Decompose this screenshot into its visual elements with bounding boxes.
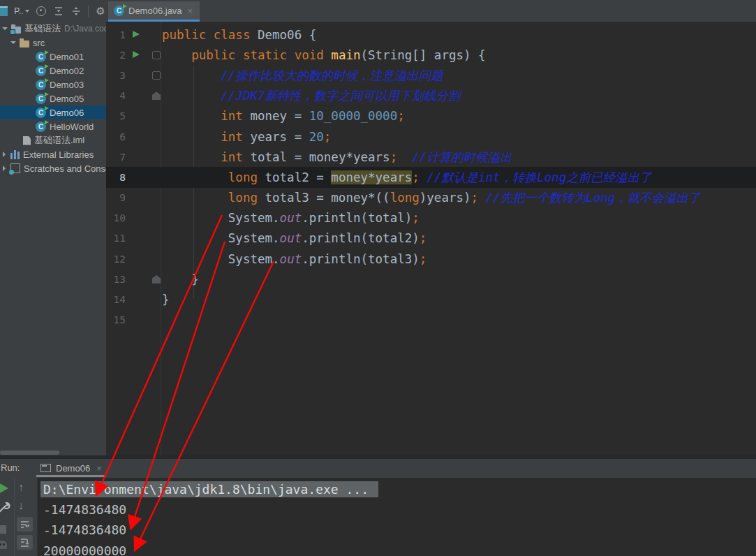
tree-item-root[interactable]: 基础语法D:\Java cod xyxy=(0,22,106,36)
run-line-icon[interactable] xyxy=(133,31,140,38)
code-text: } xyxy=(162,293,170,307)
code-text: int total = money*years; //计算的时候溢出 xyxy=(162,149,512,166)
close-run-tab-icon[interactable]: × xyxy=(96,463,102,474)
code-line-12[interactable]: 12 System.out.println(total3); xyxy=(106,249,756,269)
code-text: //操作比较大的数的时候，注意溢出问题 xyxy=(162,67,443,84)
soft-wrap-toggle[interactable] xyxy=(17,517,33,532)
fold-marker-icon[interactable] xyxy=(152,71,161,80)
gutter: 2 xyxy=(106,45,162,65)
tree-item-demo02[interactable]: CDemo02 xyxy=(0,64,106,78)
collapse-all-button[interactable] xyxy=(53,5,64,17)
class-icon: C xyxy=(36,80,46,90)
class-icon: C xyxy=(36,122,46,132)
code-line-3[interactable]: 3 //操作比较大的数的时候，注意溢出问题 xyxy=(106,65,756,85)
tree-item-demo03[interactable]: CDemo03 xyxy=(0,78,106,92)
editor-tab-title: Demo06.java xyxy=(128,6,182,16)
tree-item-demo05[interactable]: CDemo05 xyxy=(0,92,106,105)
scroll-to-end-toggle[interactable] xyxy=(17,535,33,550)
settings-gear-icon[interactable]: ⚙ xyxy=(95,5,106,17)
down-arrow-button[interactable]: ↓ xyxy=(18,500,24,511)
code-line-9[interactable]: 9 long total3 = money*((long)years); //先… xyxy=(106,188,756,208)
gutter: 5 xyxy=(106,106,162,126)
code-line-10[interactable]: 10 System.out.println(total); xyxy=(106,208,756,228)
tree-item-label: Demo02 xyxy=(50,66,84,76)
tree-item-iml[interactable]: 基础语法.iml xyxy=(0,133,106,147)
lib-icon xyxy=(10,150,20,159)
close-tab-icon[interactable]: × xyxy=(188,6,193,16)
code-line-1[interactable]: 1public class Demo06 { xyxy=(106,24,756,45)
expand-collapse-button[interactable] xyxy=(71,5,82,17)
line-number: 13 xyxy=(106,269,126,289)
class-icon: C xyxy=(36,66,46,76)
tree-item-demo06[interactable]: CDemo06 xyxy=(0,105,106,119)
run-console[interactable]: ↑ ↓ D:\Environment\java\jdk1.8\bin\java.… xyxy=(0,478,756,556)
project-selector-label: P.. xyxy=(14,6,23,16)
console-toolbar: ↑ ↓ xyxy=(0,478,38,556)
gutter: 4 xyxy=(106,86,162,106)
tree-item-label: Demo06 xyxy=(50,108,84,118)
console-line-1: D:\Environment\java\jdk1.8\bin\java.exe … xyxy=(43,479,378,499)
locate-icon xyxy=(36,6,46,16)
tree-item-label: 基础语法.iml xyxy=(34,134,84,147)
run-tab-demo06[interactable]: Demo06 × xyxy=(36,460,106,476)
code-line-2[interactable]: 2 public static void main(String[] args)… xyxy=(106,45,756,65)
code-line-8[interactable]: 8 long total2 = money*years; //默认是int，转换… xyxy=(106,167,756,187)
fold-marker-icon[interactable] xyxy=(152,275,161,284)
line-number: 7 xyxy=(106,147,126,167)
editor-tab-demo06[interactable]: C Demo06.java × xyxy=(108,1,200,20)
line-number: 9 xyxy=(106,188,126,208)
rerun-button[interactable] xyxy=(0,482,8,495)
line-number: 10 xyxy=(106,208,126,228)
code-line-4[interactable]: 4 //JDK7新特性，数字之间可以用下划线分割 xyxy=(106,86,756,106)
code-area[interactable]: 1public class Demo06 {2 public static vo… xyxy=(106,24,756,330)
chevron-down-icon[interactable] xyxy=(10,41,16,44)
up-arrow-button[interactable]: ↑ xyxy=(18,482,24,493)
locate-file-button[interactable] xyxy=(36,5,47,17)
project-tree[interactable]: 基础语法D:\Java codsrcCDemo01CDemo02CDemo03C… xyxy=(0,22,106,455)
chevron-right-icon[interactable] xyxy=(1,166,7,171)
tree-item-demo01[interactable]: CDemo01 xyxy=(0,50,106,64)
tree-horizontal-scrollbar[interactable] xyxy=(0,451,59,455)
project-view-selector[interactable]: P.. xyxy=(14,6,29,16)
line-number: 5 xyxy=(106,106,126,126)
tree-item-helloworld[interactable]: CHelloWorld xyxy=(0,119,106,133)
chevron-right-icon[interactable] xyxy=(1,152,7,157)
code-line-6[interactable]: 6 int years = 20; xyxy=(106,126,756,147)
code-editor[interactable]: 1public class Demo06 {2 public static vo… xyxy=(106,22,756,455)
scratch-icon xyxy=(10,163,20,173)
code-text: int years = 20; xyxy=(162,130,331,144)
code-line-13[interactable]: 13 } xyxy=(106,269,756,289)
tree-item-src[interactable]: src xyxy=(0,36,106,50)
stop-button[interactable] xyxy=(0,525,6,534)
code-text: long total2 = money*years; //默认是int，转换Lo… xyxy=(162,169,652,186)
fold-marker-icon[interactable] xyxy=(152,51,161,59)
code-line-5[interactable]: 5 int money = 10_0000_0000; xyxy=(106,106,756,126)
collapse-all-icon xyxy=(54,6,64,16)
tree-item-label: Demo05 xyxy=(50,94,84,104)
top-toolbar: P.. ⚙ C Demo06.java xyxy=(0,0,756,22)
tree-item-scratches[interactable]: Scratches and Consoles xyxy=(0,161,106,175)
code-line-11[interactable]: 11 System.out.println(total2); xyxy=(106,228,756,249)
line-number: 1 xyxy=(106,24,126,45)
code-line-14[interactable]: 14} xyxy=(106,289,756,309)
ide-window: P.. ⚙ C Demo06.java xyxy=(0,0,756,556)
line-number: 14 xyxy=(106,289,126,309)
tree-item-label: External Libraries xyxy=(23,149,94,160)
tree-item-external-libraries[interactable]: External Libraries xyxy=(0,147,106,161)
code-line-15[interactable]: 15 xyxy=(106,310,756,330)
tree-item-label: HelloWorld xyxy=(50,122,94,132)
line-number: 11 xyxy=(106,228,126,249)
code-text: int money = 10_0000_0000; xyxy=(162,109,405,123)
run-panel-header: Run: Demo06 × xyxy=(0,459,756,478)
soft-wrap-icon xyxy=(20,520,30,529)
run-line-icon[interactable] xyxy=(133,51,140,58)
code-line-7[interactable]: 7 int total = money*years; //计算的时候溢出 xyxy=(106,147,756,167)
fold-marker-icon[interactable] xyxy=(152,92,161,100)
chevron-down-icon[interactable] xyxy=(2,27,8,30)
wrench-icon[interactable] xyxy=(0,502,10,514)
gutter: 11 xyxy=(106,228,162,249)
java-class-icon: C xyxy=(114,6,124,16)
console-output[interactable]: D:\Environment\java\jdk1.8\bin\java.exe … xyxy=(43,479,378,556)
kill-process-icon[interactable] xyxy=(0,541,7,549)
tree-item-label: Demo01 xyxy=(50,52,84,62)
